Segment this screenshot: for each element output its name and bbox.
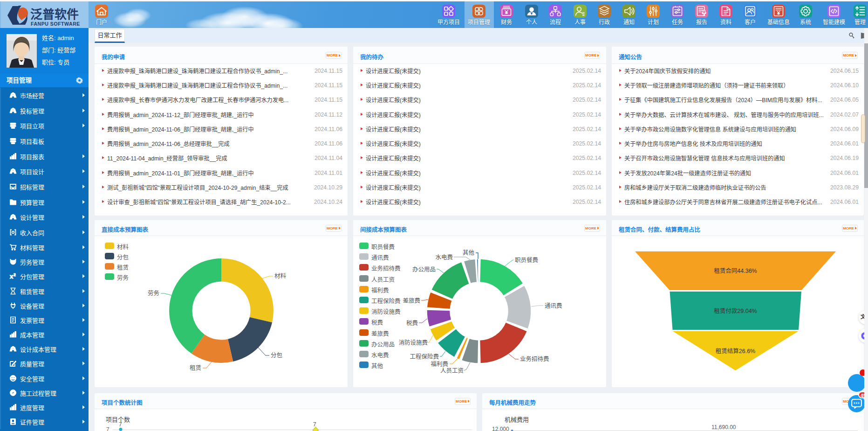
svg-text:泛普软件: 泛普软件 bbox=[30, 7, 79, 21]
svg-text:租赁付款29.04%: 租赁付款29.04% bbox=[714, 308, 757, 314]
svg-text:通讯费: 通讯费 bbox=[545, 303, 562, 309]
svg-text:材料: 材料 bbox=[274, 273, 287, 279]
svg-text:税费: 税费 bbox=[406, 320, 418, 327]
svg-text:水电费: 水电费 bbox=[435, 254, 453, 261]
svg-text:2: 2 bbox=[14, 272, 16, 277]
svg-text:人员工资: 人员工资 bbox=[440, 368, 464, 374]
svg-text:租赁合同44.36%: 租赁合同44.36% bbox=[714, 267, 757, 274]
svg-text:租赁: 租赁 bbox=[190, 365, 201, 371]
svg-text:分包: 分包 bbox=[271, 352, 282, 359]
svg-text:其他: 其他 bbox=[463, 250, 475, 256]
svg-text:办公用品: 办公用品 bbox=[412, 266, 436, 273]
svg-text:业务招待费: 业务招待费 bbox=[520, 355, 549, 362]
svg-text:消防设施费: 消防设施费 bbox=[398, 339, 428, 346]
svg-text:FANPU SOFTWARE: FANPU SOFTWARE bbox=[31, 21, 80, 27]
svg-text:福利费: 福利费 bbox=[431, 361, 448, 368]
svg-text:差旅费: 差旅费 bbox=[403, 298, 420, 304]
svg-text:工程保险费: 工程保险费 bbox=[410, 353, 439, 360]
svg-text:劳务: 劳务 bbox=[148, 290, 159, 297]
svg-text:职员餐费: 职员餐费 bbox=[515, 257, 538, 264]
svg-text:租赁结算26.6%: 租赁结算26.6% bbox=[716, 348, 755, 355]
svg-text:x: x bbox=[10, 273, 14, 280]
